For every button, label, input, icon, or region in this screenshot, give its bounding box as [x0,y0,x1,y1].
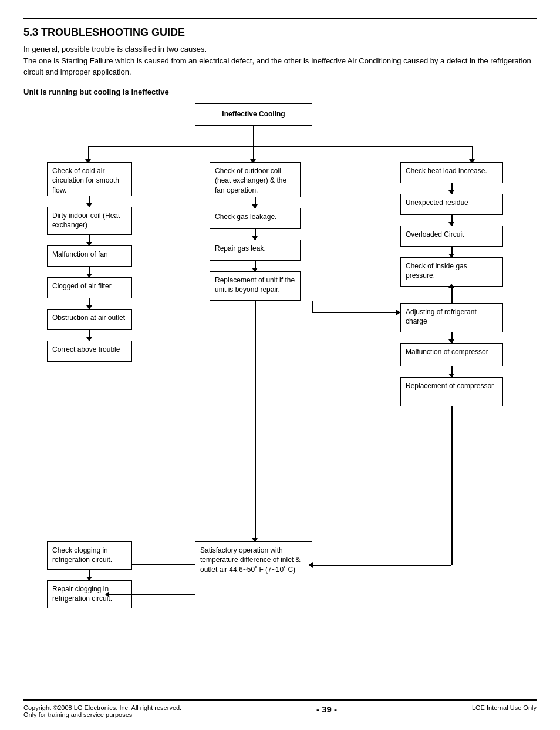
footer-left: Copyright ©2008 LG Electronics. Inc. All… [23,704,181,718]
flowchart: Ineffective Cooling Check of cold air ci… [25,103,535,614]
sat-repair-line [109,594,195,596]
top-border [23,18,537,19]
box-col3-2: Unexpected residue [400,194,503,215]
box-col3-5: Adjusting of refrigerant charge [400,303,503,332]
footer-center: - 39 - [316,704,337,714]
sat-repair-arrowhead [105,591,109,597]
box-col1-5: Obstruction at air outlet [47,309,132,330]
footer-right: LGE Internal Use Only [472,704,537,711]
mid-vert [312,301,313,312]
box-col2-5: Satisfactory operation with temperature … [195,541,312,587]
box-col2-4: Replacement of unit if the unit is beyon… [210,271,301,301]
box-col3-4: Check of inside gas pressure. [400,257,503,287]
intro-line2: The one is Starting Failure which is cau… [23,56,531,77]
footer: Copyright ©2008 LG Electronics. Inc. All… [23,699,537,718]
c3-a7-arrowhead [309,562,313,568]
c3-a7-down [451,406,453,565]
box-col1-1: Check of cold air circulation for smooth… [47,162,132,196]
footer-left-line2: Only for training and service purposes [23,711,181,718]
section-title: 5.3 TROUBLESHOOTING GUIDE [23,26,537,39]
box-col3-7: Replacement of compressor [400,377,503,406]
page-container: 5.3 TROUBLESHOOTING GUIDE In general, po… [0,0,560,730]
adj-left-line [312,312,400,314]
c3-a7-horiz [312,565,451,566]
box-col1-4: Clogged of air filter [47,277,132,298]
box-col2-3: Repair gas leak. [210,240,301,261]
box-col1-7: Check clogging in refrigeration circuit. [47,541,132,570]
intro-line1: In general, possible trouble is classifi… [23,45,207,53]
box-col3-6: Malfunction of compressor [400,343,503,366]
c3-a4-up [451,287,453,303]
arrow-top-stem [253,126,254,146]
box-ineffective-cooling: Ineffective Cooling [195,103,312,126]
box-col2-1: Check of outdoor coil (heat exchanger) &… [210,162,301,197]
box-col3-1: Check heat load increase. [400,162,503,183]
c3-ah4-up [448,284,454,288]
intro-text: In general, possible trouble is classifi… [23,43,537,78]
arrow-top-horiz [88,146,473,147]
box-col2-2: Check gas leakage. [210,208,301,229]
box-col1-3: Malfunction of fan [47,245,132,267]
box-col3-3: Overloaded Circuit [400,226,503,247]
c2-a4 [255,301,256,541]
box-col1-6: Correct above trouble [47,341,132,362]
footer-left-line1: Copyright ©2008 LG Electronics. Inc. All… [23,704,181,711]
box-col1-2: Dirty indoor coil (Heat exchanger) [47,207,132,235]
adj-right-arrowhead [396,310,400,315]
sub-heading: Unit is running but cooling is ineffecti… [23,88,537,96]
